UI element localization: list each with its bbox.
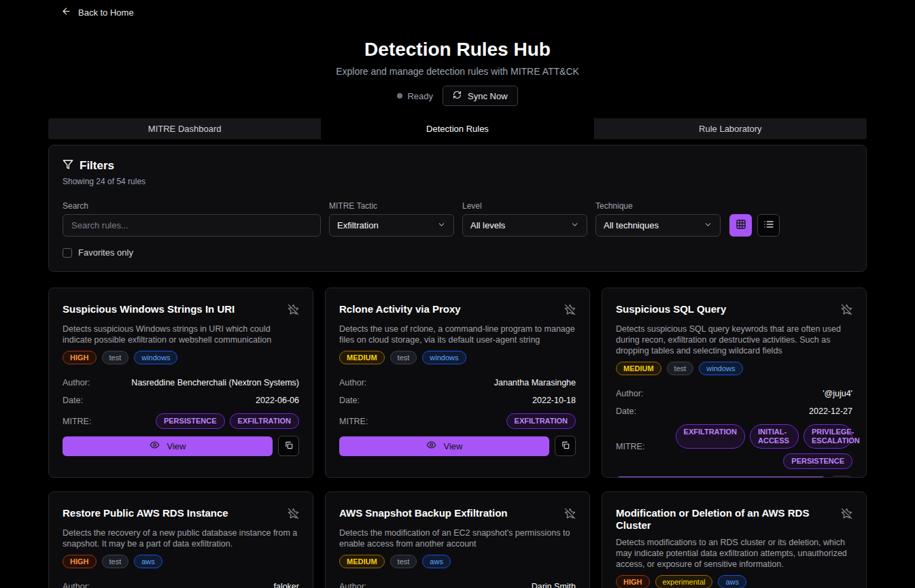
tag-badge: test (102, 351, 129, 364)
author-value: Nasreddine Bencherchali (Nextron Systems… (131, 378, 299, 387)
list-view-button[interactable] (757, 214, 780, 237)
eye-icon (150, 440, 160, 452)
view-label: View (444, 441, 463, 451)
tag-badge: aws (134, 555, 162, 568)
author-value: '@juju4' (823, 389, 852, 398)
level-label: Level (462, 201, 587, 211)
star-off-icon[interactable] (841, 304, 852, 318)
copy-button[interactable] (831, 476, 852, 478)
rule-description: Detects the modification of an EC2 snaps… (339, 528, 576, 549)
filters-panel: Filters Showing 24 of 54 rules Search MI… (48, 145, 867, 272)
refresh-icon (453, 90, 462, 101)
mitre-tag: INITIAL-ACCESS (750, 424, 799, 449)
mitre-tag: EXFILTRATION (230, 413, 299, 429)
technique-select[interactable]: All techniques (595, 214, 721, 237)
chevron-down-icon (570, 220, 579, 231)
tab-detection-rules[interactable]: Detection Rules (321, 118, 593, 139)
mitre-tag: PERSISTENCE (783, 453, 852, 469)
author-label: Author: (339, 378, 366, 387)
mitre-label: MITRE: (63, 417, 91, 426)
tag-badge: experimental (655, 575, 713, 588)
mitre-label: MITRE: (339, 417, 368, 426)
rule-title: Rclone Activity via Proxy (339, 303, 466, 315)
tab-rule-laboratory[interactable]: Rule Laboratory (594, 118, 867, 139)
author-value: Janantha Marasinghe (494, 378, 576, 387)
level-badge: MEDIUM (339, 351, 385, 364)
view-button[interactable]: View (339, 436, 549, 456)
status-dot-icon (397, 93, 402, 99)
view-button[interactable]: View (63, 436, 273, 456)
tag-badge: windows (699, 362, 742, 375)
tag-badge: aws (718, 575, 746, 588)
tag-badge: windows (422, 351, 466, 364)
chevron-down-icon (704, 220, 712, 231)
author-label: Author: (63, 378, 90, 387)
favorites-checkbox[interactable] (63, 248, 72, 258)
rule-card: Restore Public AWS RDS Instance Detects … (48, 491, 313, 588)
star-off-icon[interactable] (841, 508, 852, 522)
tab-mitre-dashboard[interactable]: MITRE Dashboard (48, 118, 321, 139)
level-badge: MEDIUM (339, 555, 385, 568)
technique-selected-value: All techniques (604, 220, 659, 230)
rule-description: Detects modifications to an RDS cluster … (616, 537, 852, 570)
copy-button[interactable] (278, 436, 299, 456)
view-label: View (167, 441, 186, 451)
search-label: Search (63, 201, 321, 211)
rules-grid: Suspicious Windows Strings In URI Detect… (48, 288, 867, 588)
rule-card: Modification or Deletion of an AWS RDS C… (602, 491, 867, 588)
star-off-icon[interactable] (564, 304, 576, 318)
page-header: Detection Rules Hub Explore and manage d… (48, 0, 867, 106)
star-off-icon[interactable] (288, 508, 299, 522)
tag-badge: test (102, 555, 129, 568)
date-label: Date: (63, 396, 83, 405)
page-title: Detection Rules Hub (48, 38, 867, 61)
rule-description: Detects suspicious Windows strings in UR… (63, 324, 299, 345)
tab-bar: MITRE Dashboard Detection Rules Rule Lab… (48, 118, 867, 139)
copy-icon (561, 440, 570, 452)
rule-card: AWS Snapshot Backup Exfiltration Detects… (325, 491, 590, 588)
back-to-home-link[interactable]: Back to Home (61, 6, 134, 18)
favorites-label: Favorites only (78, 247, 133, 258)
mitre-tag: EXFILTRATION (676, 424, 745, 449)
rule-title: Suspicious Windows Strings In URI (63, 303, 240, 315)
date-label: Date: (339, 396, 360, 405)
author-value: faloker (273, 582, 299, 588)
arrow-left-icon (61, 6, 71, 18)
author-value: Darin Smith (532, 582, 576, 588)
star-off-icon[interactable] (288, 304, 299, 318)
filter-funnel-icon (63, 159, 73, 173)
grid-view-button[interactable] (729, 214, 752, 237)
list-icon (763, 219, 774, 232)
rule-card: Suspicious Windows Strings In URI Detect… (48, 288, 313, 478)
search-input[interactable] (63, 214, 321, 237)
tag-badge: aws (422, 555, 451, 568)
tactic-selected-value: Exfiltration (337, 220, 379, 230)
eye-icon (426, 440, 436, 452)
author-label: Author: (63, 582, 90, 588)
page-subtitle: Explore and manage detection rules with … (48, 66, 867, 77)
view-button[interactable]: View (616, 477, 826, 479)
showing-count: Showing 24 of 54 rules (63, 177, 852, 186)
copy-button[interactable] (555, 436, 576, 456)
author-label: Author: (616, 389, 643, 398)
date-value: 2022-12-27 (809, 407, 852, 416)
rule-description: Detects the use of rclone, a command-lin… (339, 324, 576, 345)
mitre-tag: EXFILTRATION (506, 413, 576, 429)
rule-card: Suspicious SQL Query Detects suspicious … (602, 288, 867, 478)
level-selected-value: All levels (470, 220, 505, 230)
rule-description: Detects suspicious SQL query keywrods th… (616, 324, 852, 356)
rule-title: AWS Snapshot Backup Exfiltration (339, 507, 513, 519)
tag-badge: test (390, 351, 417, 364)
status-text: Ready (407, 91, 433, 101)
date-value: 2022-10-18 (532, 396, 576, 405)
level-select[interactable]: All levels (462, 214, 587, 237)
tactic-select[interactable]: Exfiltration (329, 214, 454, 237)
level-badge: HIGH (63, 351, 97, 364)
sync-now-button[interactable]: Sync Now (443, 86, 518, 106)
tag-badge: test (390, 555, 417, 568)
filters-title: Filters (80, 159, 114, 173)
star-off-icon[interactable] (564, 508, 576, 522)
tag-badge: test (667, 362, 694, 375)
copy-icon (284, 440, 294, 452)
mitre-tag: PRIVILEGE-ESCALATION (804, 424, 852, 449)
